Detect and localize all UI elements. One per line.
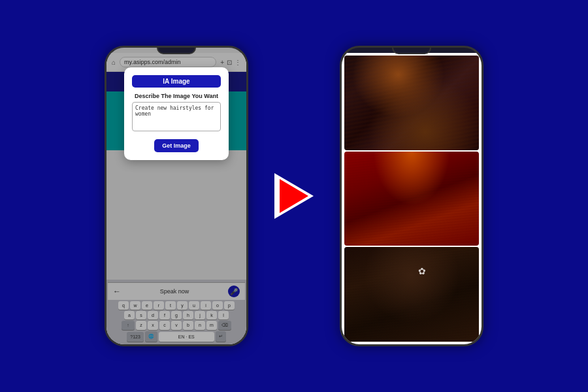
hair-images-container	[342, 53, 482, 344]
hair-image-1	[344, 56, 479, 150]
get-image-button[interactable]: Get Image	[154, 139, 199, 152]
arrow-container	[268, 170, 320, 222]
modal-textarea[interactable]: Create new hairstyles for women	[132, 102, 221, 131]
right-phone	[340, 46, 483, 346]
modal-box: IA Image Describe The Image You Want Cre…	[124, 67, 229, 160]
svg-marker-1	[280, 179, 308, 213]
arrow-icon	[268, 170, 320, 222]
modal-title: IA Image	[132, 75, 221, 88]
phone-notch	[157, 48, 196, 54]
hair-image-3	[344, 247, 479, 342]
left-phone: ⌂ my.asipps.com/admin + ⊡ ⋮ See WEB See …	[105, 46, 248, 346]
modal-label: Describe The Image You Want	[132, 93, 221, 99]
right-phone-screen	[342, 53, 482, 344]
right-phone-notch	[392, 48, 431, 54]
hair-image-2	[344, 152, 479, 246]
modal-overlay: IA Image Describe The Image You Want Cre…	[106, 48, 246, 344]
main-scene: ⌂ my.asipps.com/admin + ⊡ ⋮ See WEB See …	[0, 0, 588, 392]
